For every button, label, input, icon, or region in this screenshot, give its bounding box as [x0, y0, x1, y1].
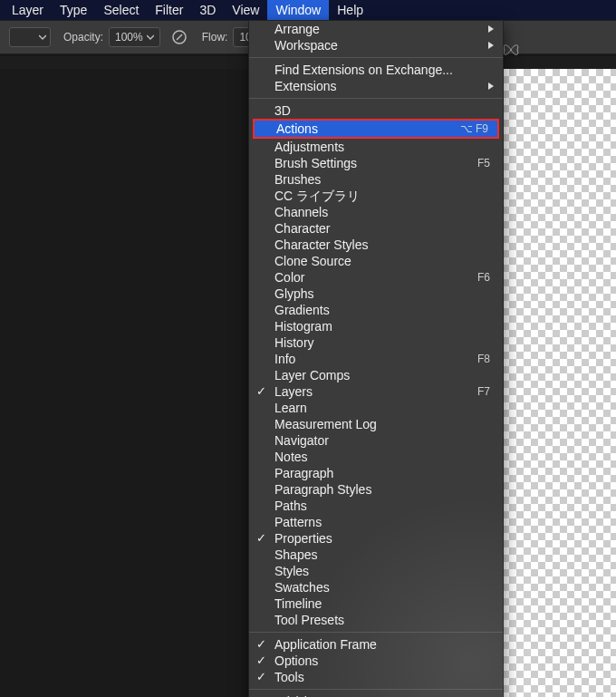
menu-item-color[interactable]: ColorF6 [249, 269, 503, 286]
menu-item-label: Learn [274, 401, 307, 415]
shortcut-label: F7 [477, 383, 490, 400]
menu-item-swatches[interactable]: Swatches [249, 579, 503, 595]
menu-item-label: Character [274, 221, 330, 236]
menu-item-label: Gradients [274, 303, 330, 317]
menu-item-label: Swatches [274, 580, 330, 595]
menu-item-label: Notes [274, 450, 308, 464]
menu-item-label: Histogram [274, 319, 332, 334]
menu-layer[interactable]: Layer [4, 0, 52, 20]
brush-preset-picker[interactable] [9, 27, 51, 47]
butterfly-icon [502, 42, 520, 63]
menu-item-character-styles[interactable]: Character Styles [249, 237, 503, 253]
menu-select[interactable]: Select [95, 0, 147, 20]
menu-item-histogram[interactable]: Histogram [249, 318, 503, 334]
menu-item-application-frame[interactable]: ✓Application Frame [249, 636, 503, 653]
menu-separator [249, 689, 503, 690]
menu-window[interactable]: Window [267, 0, 329, 20]
menu-item-label: Timeline [274, 596, 322, 611]
flow-label: Flow: [202, 31, 228, 44]
menu-item-label: Navigator [274, 433, 329, 448]
menu-item-actions[interactable]: Actions⌥ F9 [249, 119, 503, 139]
menu-item-timeline[interactable]: Timeline [249, 595, 503, 612]
menu-item-label: Extensions [274, 79, 336, 93]
opacity-value[interactable]: 100% [109, 27, 160, 47]
app-menubar: LayerTypeSelectFilter3DViewWindowHelp [0, 0, 616, 20]
menu-item-label: Patterns [274, 515, 322, 529]
menu-item-navigator[interactable]: Navigator [249, 432, 503, 449]
menu-item-label: Clone Source [274, 254, 351, 268]
menu-item-adjustments[interactable]: Adjustments [249, 139, 503, 155]
window-menu-dropdown: ArrangeWorkspaceFind Extensions on Excha… [248, 20, 504, 697]
menu-item-paragraph-styles[interactable]: Paragraph Styles [249, 481, 503, 498]
menu-item-label: Styles [274, 564, 309, 578]
shortcut-label: F8 [477, 351, 490, 367]
menu-item-label: Workspace [274, 38, 338, 53]
menu-item-label: CC ライブラリ [274, 189, 360, 203]
menu-item-label: Info [274, 352, 295, 366]
menu-item-character[interactable]: Character [249, 220, 503, 237]
menu-item-label: Actions [276, 121, 318, 137]
menu-item-properties[interactable]: ✓Properties [249, 530, 503, 547]
menu-item-find-extensions-on-exchange-[interactable]: Find Extensions on Exchange... [249, 62, 503, 78]
shortcut-label: F5 [477, 155, 490, 171]
menu-view[interactable]: View [224, 0, 267, 20]
menu-item-patterns[interactable]: Patterns [249, 514, 503, 530]
check-icon: ✓ [256, 669, 266, 685]
chevron-down-icon [39, 34, 46, 41]
menu-separator [249, 57, 503, 58]
menu-item-arrange[interactable]: Arrange [249, 21, 503, 37]
menu-item-label: Arrange [274, 22, 320, 36]
menu-item-paragraph[interactable]: Paragraph [249, 465, 503, 481]
submenu-arrow-icon [488, 42, 494, 49]
check-icon: ✓ [256, 653, 266, 669]
chevron-down-icon [147, 34, 154, 41]
menu-item-label: Brush Settings [274, 156, 357, 170]
menu-item-cc-[interactable]: CC ライブラリ [249, 188, 503, 204]
menu-item-label: Tool Presets [274, 613, 344, 627]
menu-item-label: Application Frame [274, 637, 377, 652]
menu-item-label: Properties [274, 531, 332, 546]
menu-item-label: Paragraph [274, 466, 333, 480]
menu-item-layers[interactable]: ✓LayersF7 [249, 383, 503, 400]
menu-filter[interactable]: Filter [147, 0, 191, 20]
menu-item-9-3-jpeg[interactable]: ✓9 (3).jpeg [249, 693, 503, 697]
menu-item-gradients[interactable]: Gradients [249, 302, 503, 318]
menu-item-label: Measurement Log [274, 417, 377, 431]
menu-3d[interactable]: 3D [191, 0, 224, 20]
menu-item-info[interactable]: InfoF8 [249, 351, 503, 367]
menu-item-measurement-log[interactable]: Measurement Log [249, 416, 503, 432]
menu-item-paths[interactable]: Paths [249, 498, 503, 514]
menu-item-brushes[interactable]: Brushes [249, 171, 503, 188]
menu-item-learn[interactable]: Learn [249, 400, 503, 416]
menu-item-notes[interactable]: Notes [249, 449, 503, 465]
menu-item-tools[interactable]: ✓Tools [249, 669, 503, 685]
menu-item-label: Character Styles [274, 237, 368, 252]
menu-item-tool-presets[interactable]: Tool Presets [249, 612, 503, 628]
transparency-region [502, 69, 616, 697]
opacity-label: Opacity: [63, 31, 103, 44]
menu-item-brush-settings[interactable]: Brush SettingsF5 [249, 155, 503, 171]
menu-item-history[interactable]: History [249, 334, 503, 351]
menu-help[interactable]: Help [329, 0, 371, 20]
menu-item-glyphs[interactable]: Glyphs [249, 286, 503, 302]
menu-separator [249, 98, 503, 99]
check-icon: ✓ [256, 530, 266, 547]
menu-item-workspace[interactable]: Workspace [249, 37, 503, 53]
menu-item-shapes[interactable]: Shapes [249, 547, 503, 563]
menu-item-channels[interactable]: Channels [249, 204, 503, 220]
submenu-arrow-icon [488, 25, 494, 33]
shortcut-label: ⌥ F9 [460, 121, 488, 137]
menu-item-clone-source[interactable]: Clone Source [249, 253, 503, 269]
pressure-opacity-icon[interactable] [169, 27, 189, 47]
menu-item-styles[interactable]: Styles [249, 563, 503, 579]
menu-item-label: Adjustments [274, 140, 344, 154]
menu-item-options[interactable]: ✓Options [249, 653, 503, 669]
menu-item-3d[interactable]: 3D [249, 102, 503, 119]
menu-item-label: Tools [274, 670, 304, 684]
menu-item-extensions[interactable]: Extensions [249, 78, 503, 94]
opacity-value-text: 100% [115, 31, 143, 44]
submenu-arrow-icon [488, 82, 494, 90]
menu-item-layer-comps[interactable]: Layer Comps [249, 367, 503, 383]
menu-item-label: Find Extensions on Exchange... [274, 63, 453, 77]
menu-type[interactable]: Type [52, 0, 95, 20]
